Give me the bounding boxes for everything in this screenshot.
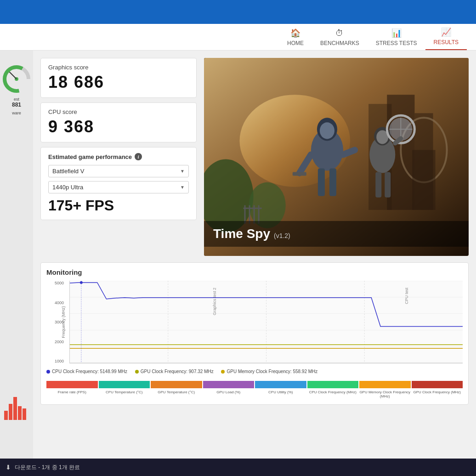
svg-rect-15	[412, 150, 435, 210]
stress-tests-icon: 📊	[391, 28, 402, 38]
svg-point-18	[320, 122, 334, 139]
color-label-gpu-temp: GPU Temperature (°C)	[151, 390, 202, 399]
resolution-dropdown-value: 1440p Ultra	[52, 184, 83, 191]
color-label-cpu-util: CPU Utility (%)	[255, 390, 306, 399]
gauge-container	[2, 64, 32, 94]
game-dropdown-arrow: ▼	[180, 169, 185, 174]
timespy-title-area: Time Spy (v1.2)	[204, 221, 469, 247]
legend-cpu-clock: CPU Clock Frequency: 5148.99 MHz	[46, 369, 127, 374]
game-perf-title: Estimated game performance i	[48, 153, 189, 160]
main-area: 🏠 HOME ⏱ BENCHMARKS 📊 STRESS TESTS 📈 RES…	[0, 24, 476, 459]
svg-rect-4	[4, 411, 8, 420]
nav-stress-tests-label: STRESS TESTS	[376, 40, 417, 46]
taskbar-icon: ⬇	[6, 464, 11, 471]
y-tick-4000: 4000	[55, 300, 64, 305]
mini-bar-chart	[2, 365, 29, 420]
main-content: Graphics score 18 686 CPU score 9 368 Es…	[33, 51, 476, 459]
y-tick-5000: 5000	[55, 281, 64, 285]
color-label-cpu-temp: CPU Temperature (°C)	[99, 390, 150, 399]
nav-results-label: RESULTS	[434, 39, 459, 45]
content-wrapper: est 881 ware Graphics score 18 686 CPU s…	[0, 51, 476, 459]
timespy-title: Time Spy	[213, 227, 270, 241]
color-label-gpu-clock: GPU Clock Frequency (MHz)	[412, 390, 463, 399]
color-label-fps: Frame rate (FPS)	[46, 390, 98, 399]
side-test-label: est	[14, 97, 19, 102]
legend-gpu-mem-clock: GPU Memory Clock Frequency: 558.92 MHz	[221, 369, 317, 374]
svg-point-53	[80, 281, 83, 284]
color-label-cpu-clock: CPU Clock Frequency (MHz)	[307, 390, 359, 399]
nav-stress-tests[interactable]: 📊 STRESS TESTS	[368, 28, 425, 50]
svg-rect-5	[9, 404, 12, 420]
svg-rect-7	[18, 406, 22, 420]
timespy-panel: Time Spy (v1.2)	[204, 58, 469, 256]
nav-bar: 🏠 HOME ⏱ BENCHMARKS 📊 STRESS TESTS 📈 RES…	[0, 24, 476, 51]
svg-rect-21	[293, 172, 306, 176]
color-bar-cpu-util	[255, 381, 306, 388]
home-icon: 🏠	[290, 28, 300, 38]
left-graph	[2, 365, 31, 422]
color-bar-gpu-clock	[412, 381, 463, 388]
nav-results[interactable]: 📈 RESULTS	[425, 27, 467, 50]
svg-text:Graphics test 2: Graphics test 2	[212, 288, 217, 315]
resolution-dropdown[interactable]: 1440p Ultra ▼	[48, 181, 189, 193]
timespy-version: (v1.2)	[274, 232, 290, 239]
nav-home[interactable]: 🏠 HOME	[279, 28, 312, 50]
svg-rect-32	[375, 172, 381, 198]
legend-label-gpu-mem-clock: GPU Memory Clock Frequency: 558.92 MHz	[227, 369, 317, 374]
graphics-score-value: 18 686	[48, 73, 189, 92]
svg-rect-33	[385, 172, 391, 198]
fps-value: 175+ FPS	[48, 197, 189, 214]
nav-home-label: HOME	[287, 40, 304, 46]
svg-rect-22	[318, 169, 325, 196]
cpu-score-card: CPU score 9 368	[40, 102, 197, 142]
gauge-svg	[2, 64, 32, 94]
legend-dot-gpu-mem-clock	[221, 370, 225, 374]
svg-line-20	[343, 150, 355, 154]
legend-label-gpu-clock: GPU Clock Frequency: 907.32 MHz	[141, 369, 214, 374]
graphics-score-label: Graphics score	[48, 64, 189, 71]
legend-dot-gpu-clock	[135, 370, 139, 374]
cpu-score-value: 9 368	[48, 117, 189, 136]
color-bar-cpu-temp	[99, 381, 150, 388]
y-axis-ticks: 5000 4000 3000 2000 1000	[55, 281, 64, 363]
color-label-gpu-load: GPU Load (%)	[203, 390, 255, 399]
timespy-background: Time Spy (v1.2)	[204, 58, 469, 256]
svg-rect-23	[329, 169, 336, 196]
monitoring-title: Monitoring	[46, 268, 463, 276]
left-sidebar: est 881 ware	[0, 51, 33, 459]
side-test-score: 881	[12, 102, 21, 108]
legend-label-cpu-clock: CPU Clock Frequency: 5148.99 MHz	[52, 369, 127, 374]
taskbar-label: 다운로드 - 1개 중 1개 완료	[15, 464, 80, 471]
benchmarks-icon: ⏱	[335, 28, 344, 38]
color-bar-gpu-mem	[359, 381, 411, 388]
game-dropdown[interactable]: Battlefield V ▼	[48, 165, 189, 177]
color-bar-gpu-temp	[151, 381, 202, 388]
nav-benchmarks[interactable]: ⏱ BENCHMARKS	[312, 28, 368, 50]
top-row: Graphics score 18 686 CPU score 9 368 Es…	[40, 58, 469, 256]
svg-rect-8	[23, 408, 26, 420]
info-icon[interactable]: i	[135, 153, 142, 160]
chart-area: Graphics test 2 CPU test 00:00 00:40 01:…	[69, 281, 463, 363]
resolution-dropdown-arrow: ▼	[180, 185, 185, 190]
game-dropdown-value: Battlefield V	[52, 168, 84, 175]
cpu-score-label: CPU score	[48, 108, 189, 115]
svg-text:CPU test: CPU test	[404, 287, 409, 304]
color-bar-cpu-clock	[307, 381, 359, 388]
top-bar	[0, 0, 476, 24]
game-perf-card: Estimated game performance i Battlefield…	[40, 147, 197, 220]
color-labels-row: Frame rate (FPS) CPU Temperature (°C) GP…	[46, 390, 463, 399]
color-bar-gpu-load	[203, 381, 255, 388]
taskbar: ⬇ 다운로드 - 1개 중 1개 완료	[0, 459, 476, 476]
results-icon: 📈	[441, 27, 451, 37]
y-tick-2000: 2000	[55, 340, 64, 344]
monitoring-section: Monitoring Frequency (MHz) 5000 4000 300…	[40, 262, 469, 405]
color-bars-row	[46, 381, 463, 388]
svg-line-3	[9, 72, 17, 79]
svg-rect-40	[244, 208, 262, 209]
legend-dot-cpu-clock	[46, 370, 50, 374]
graphics-score-card: Graphics score 18 686	[40, 58, 197, 98]
legend-gpu-clock: GPU Clock Frequency: 907.32 MHz	[135, 369, 214, 374]
y-tick-3000: 3000	[55, 320, 64, 324]
color-bar-fps	[46, 381, 98, 388]
color-label-gpu-mem: GPU Memory Clock Frequency (MHz)	[359, 390, 411, 399]
